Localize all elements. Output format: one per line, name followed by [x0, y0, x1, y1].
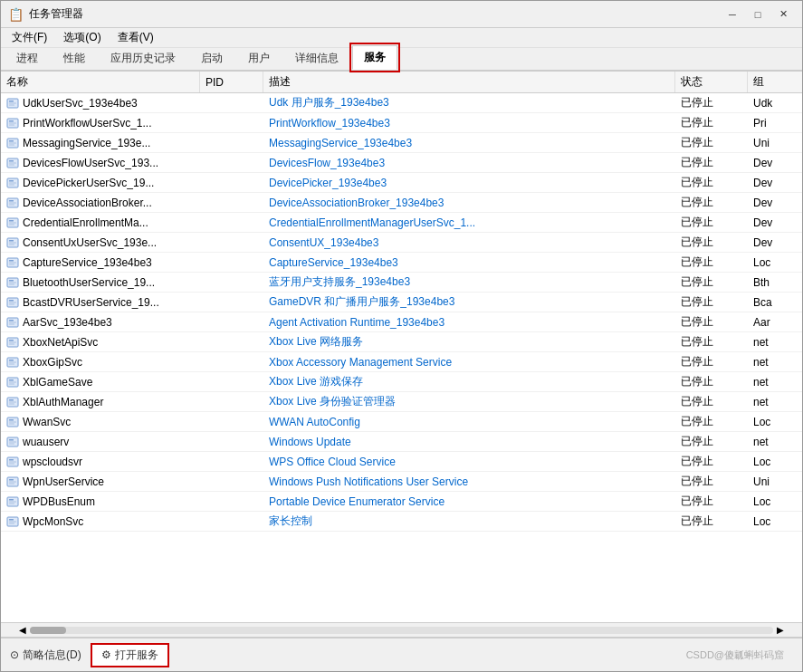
svg-rect-22 — [9, 202, 16, 203]
cell-pid — [200, 293, 263, 312]
tab-details[interactable]: 详细信息 — [283, 46, 350, 70]
table-row[interactable]: WpnUserService Windows Push Notification… — [1, 472, 802, 492]
cell-name: CredentialEnrollmentMa... — [1, 213, 200, 232]
table-row[interactable]: CaptureService_193e4be3 CaptureService_1… — [1, 253, 802, 273]
table-row[interactable]: WpcMonSvc 家长控制 已停止 Loc — [1, 512, 802, 532]
service-icon — [6, 316, 19, 329]
cell-status: 已停止 — [675, 173, 748, 192]
svg-rect-77 — [9, 479, 14, 481]
svg-rect-47 — [9, 323, 14, 324]
service-icon — [6, 456, 19, 468]
cell-pid — [200, 113, 263, 132]
tab-startup[interactable]: 启动 — [189, 46, 234, 70]
table-row[interactable]: WPDBusEnum Portable Device Enumerator Se… — [1, 492, 802, 512]
cell-pid — [200, 452, 263, 471]
service-icon — [6, 177, 19, 189]
svg-rect-62 — [9, 401, 16, 402]
svg-rect-55 — [9, 363, 14, 364]
col-name[interactable]: 名称 — [1, 72, 200, 92]
cell-name: BcastDVRUserService_19... — [1, 293, 200, 312]
cell-status: 已停止 — [675, 452, 748, 471]
service-icon — [6, 256, 19, 269]
svg-rect-81 — [9, 499, 14, 501]
cell-group: net — [748, 332, 802, 351]
bottom-bar: ⊙ 简略信息(D) ⚙ 打开服务 — [1, 637, 802, 671]
table-row[interactable]: PrintWorkflowUserSvc_1... PrintWorkflow_… — [1, 113, 802, 133]
svg-rect-65 — [9, 419, 14, 421]
scrollbar-thumb[interactable] — [30, 627, 66, 634]
table-row[interactable]: XboxGipSvc Xbox Accessory Management Ser… — [1, 352, 802, 372]
col-pid[interactable]: PID — [200, 72, 263, 92]
tab-users[interactable]: 用户 — [236, 46, 282, 70]
cell-group: Bca — [748, 293, 802, 312]
cell-pid — [200, 432, 263, 451]
svg-rect-87 — [9, 523, 14, 523]
table-row[interactable]: DeviceAssociationBroker... DeviceAssocia… — [1, 193, 802, 213]
expand-button[interactable]: ⊙ 简略信息(D) — [10, 648, 81, 663]
table-row[interactable]: wuauserv Windows Update 已停止 net — [1, 432, 802, 452]
col-group[interactable]: 组 — [748, 72, 802, 92]
cell-group: net — [748, 352, 802, 371]
svg-rect-10 — [9, 142, 16, 143]
cell-group: Dev — [748, 213, 802, 232]
cell-desc: WWAN AutoConfig — [263, 412, 675, 431]
svg-rect-45 — [9, 320, 14, 322]
svg-rect-34 — [9, 262, 16, 263]
maximize-button[interactable]: □ — [746, 5, 770, 24]
svg-rect-13 — [9, 160, 14, 162]
table-row[interactable]: DevicePickerUserSvc_19... DevicePicker_1… — [1, 173, 802, 193]
menu-file[interactable]: 文件(F) — [5, 28, 54, 47]
cell-status: 已停止 — [675, 213, 748, 232]
close-button[interactable]: ✕ — [771, 5, 795, 24]
table-row[interactable]: WwanSvc WWAN AutoConfig 已停止 Loc — [1, 412, 802, 432]
table-row[interactable]: XblAuthManager Xbox Live 身份验证管理器 已停止 net — [1, 392, 802, 412]
table-row[interactable]: UdkUserSvc_193e4be3 Udk 用户服务_193e4be3 已停… — [1, 93, 802, 113]
col-desc[interactable]: 描述 — [263, 72, 675, 92]
table-row[interactable]: DevicesFlowUserSvc_193... DevicesFlow_19… — [1, 153, 802, 173]
cell-pid — [200, 173, 263, 192]
table-row[interactable]: MessagingService_193e... MessagingServic… — [1, 133, 802, 153]
tab-app-history[interactable]: 应用历史记录 — [99, 46, 187, 70]
service-icon — [6, 376, 19, 389]
svg-rect-41 — [9, 300, 14, 302]
table-row[interactable]: XboxNetApiSvc Xbox Live 网络服务 已停止 net — [1, 332, 802, 352]
table-row[interactable]: BcastDVRUserService_19... GameDVR 和广播用户服… — [1, 293, 802, 312]
tab-services[interactable]: 服务 — [352, 45, 397, 70]
table-row[interactable]: ConsentUxUserSvc_193e... ConsentUX_193e4… — [1, 233, 802, 253]
svg-rect-27 — [9, 224, 14, 225]
cell-name: WpcMonSvc — [1, 512, 200, 531]
cell-status: 已停止 — [675, 193, 748, 212]
window-title: 任务管理器 — [29, 6, 721, 22]
cell-group: net — [748, 372, 802, 391]
svg-rect-18 — [9, 182, 16, 183]
svg-rect-1 — [9, 101, 14, 102]
open-service-button[interactable]: ⚙ 打开服务 — [91, 643, 169, 667]
svg-rect-86 — [9, 521, 16, 522]
scrollbar-track[interactable] — [30, 627, 773, 634]
service-icon — [6, 296, 19, 309]
table-body[interactable]: UdkUserSvc_193e4be3 Udk 用户服务_193e4be3 已停… — [1, 93, 802, 622]
col-status[interactable]: 状态 — [675, 72, 748, 92]
cell-desc: CaptureService_193e4be3 — [263, 253, 675, 272]
cell-desc: ConsentUX_193e4be3 — [263, 233, 675, 252]
cell-status: 已停止 — [675, 312, 748, 331]
tab-performance[interactable]: 性能 — [52, 46, 97, 70]
menu-view[interactable]: 查看(V) — [110, 28, 161, 47]
minimize-button[interactable]: ─ — [721, 5, 744, 24]
table-row[interactable]: AarSvc_193e4be3 Agent Activation Runtime… — [1, 312, 802, 332]
scroll-right-btn[interactable]: ▶ — [773, 623, 788, 638]
table-row[interactable]: wpscloudsvr WPS Office Cloud Service 已停止… — [1, 452, 802, 472]
svg-rect-14 — [9, 162, 16, 163]
service-icon — [6, 436, 19, 448]
tab-process[interactable]: 进程 — [5, 46, 50, 70]
scroll-left-btn[interactable]: ◀ — [15, 623, 30, 638]
table-row[interactable]: CredentialEnrollmentMa... CredentialEnro… — [1, 213, 802, 233]
cell-group: Loc — [748, 412, 802, 431]
horizontal-scrollbar[interactable]: ◀ ▶ — [1, 622, 802, 637]
cell-desc: PrintWorkflow_193e4be3 — [263, 113, 675, 132]
cell-status: 已停止 — [675, 492, 748, 511]
main-window: 📋 任务管理器 ─ □ ✕ 文件(F) 选项(O) 查看(V) 进程 性能 应用… — [0, 0, 803, 672]
table-row[interactable]: XblGameSave Xbox Live 游戏保存 已停止 net — [1, 372, 802, 392]
menu-options[interactable]: 选项(O) — [56, 28, 108, 47]
table-row[interactable]: BluetoothUserService_19... 蓝牙用户支持服务_193e… — [1, 273, 802, 293]
